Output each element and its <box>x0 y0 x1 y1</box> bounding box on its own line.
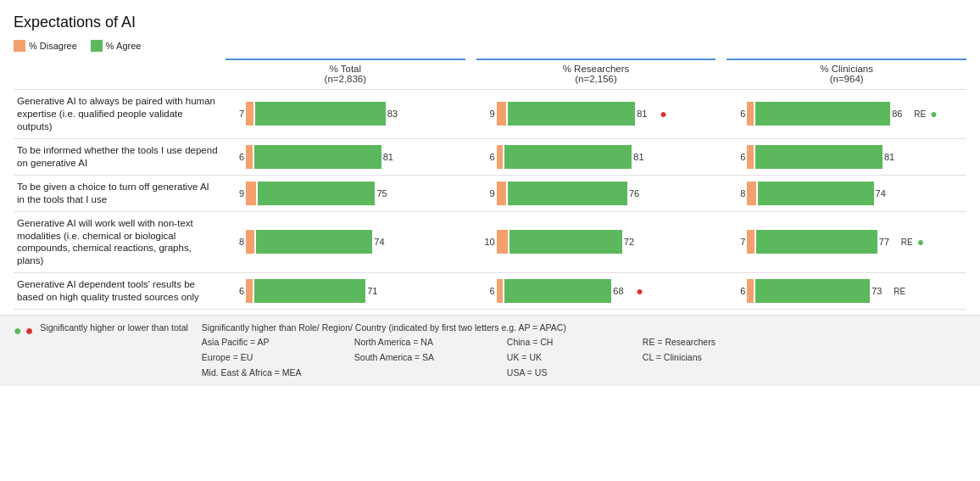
agree-bar <box>508 102 635 126</box>
col-header-clinicians: % Clinicians(n=964) <box>727 59 966 90</box>
disagree-bar <box>497 145 504 169</box>
group-cell: 6 71 <box>226 273 465 310</box>
disagree-bar <box>747 279 754 303</box>
legend-agree: % Agree <box>91 40 142 52</box>
footer-legend-item: UK = UK <box>507 351 643 365</box>
agree-value: 86 <box>892 109 910 119</box>
agree-value: 72 <box>624 237 643 247</box>
agree-value: 81 <box>633 152 652 162</box>
row-label: To be informed whether the tools I use d… <box>14 138 226 175</box>
agree-bar <box>256 230 372 254</box>
footer-legend-item: Mid. East & Africa = MEA <box>202 366 354 380</box>
page-container: Expectations of AI % Disagree % Agree % … <box>0 0 980 310</box>
agree-swatch <box>91 40 103 52</box>
group-cell: 8 74 <box>727 175 966 211</box>
disagree-value: 9 <box>480 109 495 119</box>
footer-legend-item: South America = SA <box>354 351 507 365</box>
agree-bar <box>255 102 386 126</box>
disagree-bar <box>497 102 507 126</box>
chart-table: % Total(n=2,836) % Researchers(n=2,156) … <box>14 59 966 310</box>
footer-grid: Asia Pacific = APNorth America = NAChina… <box>202 336 966 379</box>
disagree-bar <box>497 182 507 205</box>
group-cell: 9 81 ● <box>476 90 716 139</box>
agree-value: 75 <box>376 188 395 199</box>
disagree-bar <box>246 145 253 169</box>
agree-bar <box>258 182 376 205</box>
footer-sig-role-label: Significantly higher than Role/ Region/ … <box>202 322 966 333</box>
table-row: To be given a choice to turn off generat… <box>14 175 966 211</box>
agree-value: 83 <box>387 109 406 119</box>
agree-bar <box>755 145 883 169</box>
agree-bar <box>755 279 870 303</box>
disagree-value: 6 <box>730 109 745 119</box>
agree-value: 71 <box>367 286 386 296</box>
footer-left: ● ● Significantly higher or lower than t… <box>14 322 188 379</box>
group-cell: 6 81 <box>226 138 465 175</box>
disagree-value: 8 <box>730 188 745 199</box>
footer-legend-item: RE = Researchers <box>643 336 778 350</box>
disagree-value: 9 <box>480 188 495 199</box>
footer-right: Significantly higher than Role/ Region/ … <box>202 322 966 379</box>
green-dot-indicator: ● <box>930 107 937 120</box>
row-label: Generative AI dependent tools' results b… <box>14 273 226 310</box>
disagree-value: 7 <box>730 237 745 247</box>
agree-bar <box>504 145 632 169</box>
agree-value: 74 <box>876 188 894 199</box>
disagree-bar <box>747 145 754 169</box>
disagree-value: 6 <box>480 286 495 296</box>
disagree-value: 10 <box>480 237 495 247</box>
footer-legend-item: Asia Pacific = AP <box>202 336 354 350</box>
disagree-value: 6 <box>229 152 244 162</box>
agree-bar <box>509 230 622 254</box>
group-cell: 8 74 <box>226 211 465 273</box>
group-cell: 7 77 RE● <box>727 211 966 273</box>
agree-bar <box>755 102 890 126</box>
footer: ● ● Significantly higher or lower than t… <box>0 315 980 386</box>
group-cell: 6 73 RE <box>727 273 966 310</box>
disagree-value: 6 <box>730 286 745 296</box>
disagree-bar <box>747 102 754 126</box>
row-label: To be given a choice to turn off generat… <box>14 175 226 211</box>
disagree-value: 6 <box>480 152 495 162</box>
group-cell: 6 86 RE● <box>727 90 966 139</box>
agree-bar <box>254 279 365 303</box>
re-label-plain: RE <box>894 287 905 296</box>
disagree-bar <box>246 102 253 126</box>
agree-value: 81 <box>383 152 402 162</box>
re-label: RE <box>901 238 913 247</box>
agree-bar <box>508 182 627 205</box>
green-dot-indicator: ● <box>917 235 924 249</box>
group-cell: 9 76 <box>476 175 716 211</box>
agree-bar <box>756 230 877 254</box>
red-dot-indicator: ● <box>636 284 643 298</box>
agree-value: 81 <box>884 152 903 162</box>
col-header-label <box>14 59 226 90</box>
footer-legend-item: USA = US <box>507 366 643 380</box>
footer-legend-item: China = CH <box>507 336 643 350</box>
footer-legend-item <box>643 366 778 380</box>
disagree-value: 8 <box>229 237 244 247</box>
agree-label: % Agree <box>106 41 142 51</box>
disagree-value: 6 <box>730 152 745 162</box>
disagree-bar <box>747 230 754 254</box>
red-dot-indicator: ● <box>660 107 666 120</box>
disagree-bar <box>747 182 755 205</box>
table-row: To be informed whether the tools I use d… <box>14 138 966 175</box>
legend-disagree: % Disagree <box>14 40 77 52</box>
group-cell: 6 81 <box>727 138 966 175</box>
agree-value: 73 <box>871 286 890 296</box>
row-label: Generative AI to always be paired with h… <box>14 90 226 139</box>
table-row: Generative AI will work well with non-te… <box>14 211 966 273</box>
footer-sig-label: Significantly higher or lower than total <box>40 322 188 333</box>
disagree-bar <box>246 182 256 205</box>
col-header-researchers: % Researchers(n=2,156) <box>476 59 716 90</box>
group-cell: 7 83 <box>226 90 465 139</box>
table-row: Generative AI dependent tools' results b… <box>14 273 966 310</box>
agree-bar <box>254 145 381 169</box>
footer-dots: ● ● <box>14 323 33 338</box>
disagree-bar <box>497 230 508 254</box>
disagree-bar <box>246 230 254 254</box>
agree-value: 68 <box>613 286 632 296</box>
red-dot-icon: ● <box>25 323 34 338</box>
group-cell: 10 72 <box>476 211 716 273</box>
